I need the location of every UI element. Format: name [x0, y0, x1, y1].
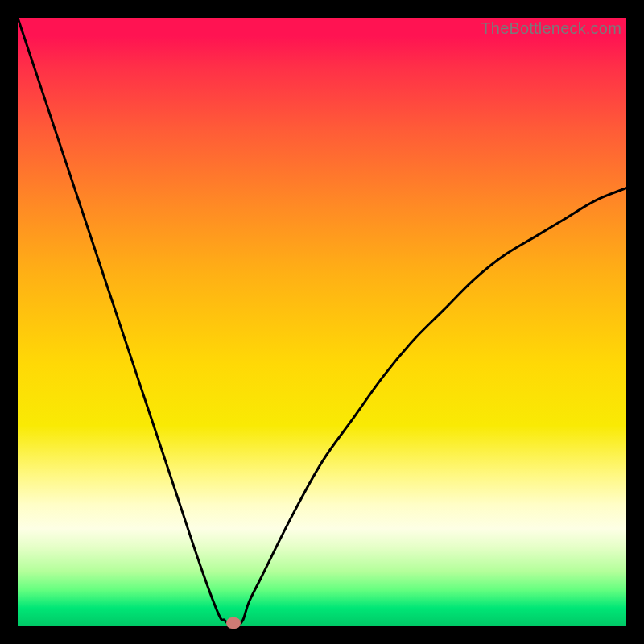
chart-plot-area: TheBottleneck.com [18, 18, 626, 626]
minimum-marker [226, 617, 241, 629]
bottleneck-curve [18, 18, 626, 626]
chart-frame: TheBottleneck.com [0, 0, 644, 644]
